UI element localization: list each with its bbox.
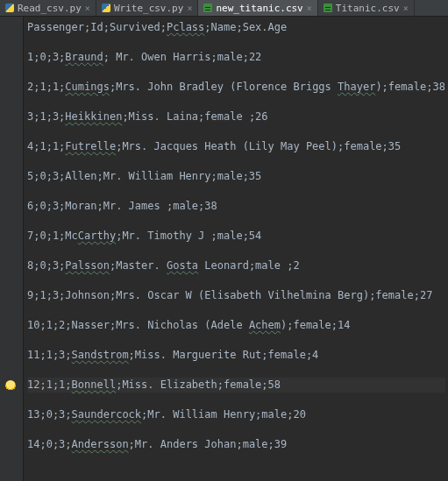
spell-word: Bonnell (72, 378, 117, 391)
close-icon[interactable]: × (307, 4, 312, 13)
lightbulb-icon[interactable] (5, 380, 16, 391)
python-icon (5, 4, 14, 12)
text: );female;14 (281, 319, 350, 331)
spell-word: Carthy (78, 230, 116, 242)
tab-bar: Read_csv.py×Write_csv.py×new_titanic.csv… (0, 0, 448, 17)
blank-line (27, 244, 445, 258)
tab-new_titanic-csv[interactable]: new_titanic.csv× (198, 0, 317, 16)
text: ;Mr. Anders Johan;male;39 (129, 438, 288, 450)
blank-line (27, 273, 445, 288)
blank-line (27, 363, 445, 378)
blank-line (27, 393, 445, 407)
spell-word: Pclass (167, 21, 204, 33)
spell-word: Andersson (72, 438, 129, 450)
text: ;Mr. Timothy J ;male;54 (116, 230, 261, 242)
text: );female;38 (375, 81, 444, 93)
spell-word: Saundercock (72, 408, 141, 421)
text: Leonard;male ;2 (198, 259, 300, 272)
close-icon[interactable]: × (403, 4, 409, 13)
spell-word: Thayer (338, 81, 375, 93)
python-icon (102, 4, 110, 12)
text: ;Master. (110, 259, 167, 272)
csv-line: 9;1;3;Johnson;Mrs. Oscar W (Elisabeth Vi… (27, 288, 445, 303)
csv-icon (324, 4, 332, 12)
text: ;Miss. Laina;female ;26 (122, 110, 267, 123)
text: 5;0;3;Allen;Mr. William Henry;male;35 (27, 170, 261, 182)
csv-line: 2;1;1;Cumings;Mrs. John Bradley (Florenc… (27, 80, 445, 95)
text: 14;0;3; (27, 438, 72, 450)
tab-label: Write_csv.py (114, 3, 183, 14)
spell-word: Palsson (65, 259, 110, 272)
spell-word: Sandstrom (72, 349, 129, 361)
text: 6;0;3;Moran;Mr. James ;male;38 (27, 200, 217, 212)
blank-line (27, 422, 445, 437)
csv-line: 8;0;3;Palsson;Master. Gosta Leonard;male… (27, 258, 445, 273)
csv-line: 10;1;2;Nasser;Mrs. Nicholas (Adele Achem… (27, 318, 445, 333)
blank-line (27, 184, 445, 199)
tab-titanic-csv[interactable]: Titanic.csv× (318, 0, 415, 16)
tab-read_csv-py[interactable]: Read_csv.py× (0, 0, 96, 16)
blank-line (27, 95, 445, 110)
text: ;Mrs. John Bradley (Florence Briggs (110, 81, 338, 93)
text: 11;1;3; (27, 349, 72, 361)
spell-word: Braund (65, 51, 103, 63)
csv-icon (203, 4, 212, 12)
blank-line (27, 333, 445, 348)
text: 8;0;3; (27, 259, 65, 272)
tab-write_csv-py[interactable]: Write_csv.py× (96, 0, 199, 16)
tab-label: Titanic.csv (336, 3, 400, 14)
text: ; Mr. Owen Harris;male;22 (103, 51, 262, 63)
editor: Passenger;Id;Survived;Pclass;Name;Sex.Ag… (0, 17, 448, 481)
text: 12;1;1; (27, 378, 72, 391)
csv-line: Passenger;Id;Survived;Pclass;Name;Sex.Ag… (27, 20, 445, 35)
blank-line (27, 303, 445, 318)
spell-word: Gosta (167, 259, 198, 272)
blank-line (27, 154, 445, 169)
close-icon[interactable]: × (85, 4, 90, 13)
blank-line (27, 65, 445, 80)
csv-line: 6;0;3;Moran;Mr. James ;male;38 (27, 199, 445, 214)
text: 7;0;1;Mc (27, 230, 78, 242)
csv-line: 3;1;3;Heikkinen;Miss. Laina;female ;26 (27, 110, 445, 124)
text: 10;1;2;Nasser;Mrs. Nicholas (Adele (27, 319, 249, 331)
text: 1;0;3; (27, 51, 65, 63)
csv-line: 7;0;1;McCarthy;Mr. Timothy J ;male;54 (27, 229, 445, 244)
text: 9;1;3;Johnson;Mrs. Oscar W (Elisabeth Vi… (27, 289, 432, 301)
text: ;Mr. William Henry;male;20 (141, 408, 306, 421)
spell-word: Futrelle (65, 140, 116, 152)
blank-line (27, 124, 445, 139)
spell-word: Cumings (65, 81, 110, 93)
csv-line: 13;0;3;Saundercock;Mr. William Henry;mal… (27, 407, 445, 422)
text: 3;1;3; (27, 110, 65, 123)
text: 4;1;1; (27, 140, 65, 152)
blank-line (27, 35, 445, 50)
csv-line: 1;0;3;Braund; Mr. Owen Harris;male;22 (27, 50, 445, 65)
text: ;Miss. Marguerite Rut;female;4 (129, 349, 319, 361)
spell-word: Heikkinen (65, 110, 122, 123)
csv-line: 12;1;1;Bonnell;Miss. Elizabeth;female;58 (27, 378, 445, 393)
tab-label: Read_csv.py (18, 3, 82, 14)
blank-line (27, 214, 445, 229)
gutter (0, 17, 24, 481)
text: ;Name;Sex.Age (204, 21, 287, 33)
text: 13;0;3; (27, 408, 72, 421)
tab-label: new_titanic.csv (216, 3, 302, 14)
csv-line: 11;1;3;Sandstrom;Miss. Marguerite Rut;fe… (27, 348, 445, 363)
csv-line: 5;0;3;Allen;Mr. William Henry;male;35 (27, 169, 445, 184)
text: 2;1;1; (27, 81, 65, 93)
file-content[interactable]: Passenger;Id;Survived;Pclass;Name;Sex.Ag… (24, 17, 448, 481)
spell-word: Achem (249, 319, 281, 331)
text: ;Miss. Elizabeth;female;58 (116, 378, 281, 391)
text: ;Mrs. Jacques Heath (Lily May Peel);fema… (116, 140, 401, 152)
csv-line: 4;1;1;Futrelle;Mrs. Jacques Heath (Lily … (27, 139, 445, 154)
csv-line: 14;0;3;Andersson;Mr. Anders Johan;male;3… (27, 437, 445, 452)
close-icon[interactable]: × (187, 4, 192, 13)
text: Passenger;Id;Survived; (27, 21, 167, 33)
